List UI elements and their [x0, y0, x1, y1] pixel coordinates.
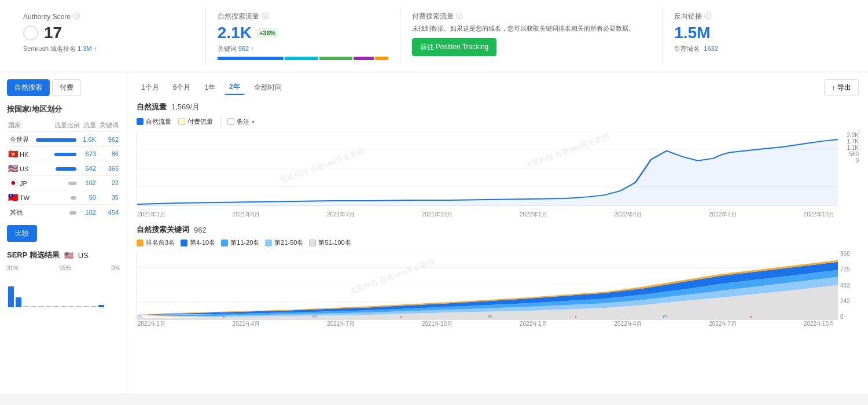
position-tracking-button[interactable]: 前往 Position Tracking [412, 38, 497, 56]
legend-paid-check[interactable] [178, 118, 185, 125]
keyword-section: 自然搜索关键词 962 排名前3名 第4-10名 第11-20名 [137, 224, 859, 328]
legend-organic-check[interactable] [137, 118, 144, 125]
organic-traffic-label: 自然搜索流量 ⓘ [218, 12, 388, 21]
serp-bar [61, 306, 67, 307]
region-table-row: 🇺🇸US 642 365 [7, 161, 120, 176]
svg-text:G: G [663, 314, 667, 319]
score-circle-icon [23, 25, 38, 41]
kw-legend-21-50: 第21-50名 [265, 238, 303, 247]
serp-bar [8, 286, 14, 307]
svg-text:▪: ▪ [575, 314, 577, 319]
traffic-chart-area: 光算科技·谷歌seo排名案例 光算科技·谷歌seo排名案例 [137, 131, 838, 206]
search-tabs: 自然搜索 付费 [7, 79, 120, 96]
time-btn-all[interactable]: 全部时间 [249, 81, 286, 94]
kw-check-11-20[interactable] [221, 240, 228, 246]
backlinks-block: 反向链接 ⓘ 1.5M 引荐域名 1632 [663, 7, 856, 65]
region-table: 国家 流量比例 流量 关键词 全世界 1.6K 962 🇭🇰HK 673 86 … [7, 119, 120, 219]
region-table-row: 🇯🇵JP 102 22 [7, 176, 120, 190]
paid-traffic-label: 付费搜索流量 ⓘ [412, 12, 651, 21]
authority-score-label: Authority Score ⓘ [23, 12, 194, 21]
time-btn-1y[interactable]: 1年 [200, 81, 220, 94]
tab-paid[interactable]: 付费 [52, 79, 81, 96]
serp-bar-chart [7, 273, 120, 307]
keyword-svg-chart: G ▪ G ▪ G ▪ G ▪ G [137, 251, 838, 319]
info-icon-backlinks: ⓘ [704, 12, 711, 21]
time-btn-1m[interactable]: 1个月 [137, 81, 164, 94]
export-button[interactable]: ↑ 导出 [824, 79, 859, 96]
traffic-svg-chart [137, 131, 838, 205]
serp-section: SERP 精选结果 🇺🇸 US 31% 15% 0% [7, 250, 120, 307]
serp-bar [31, 306, 36, 307]
svg-text:▪: ▪ [223, 314, 225, 319]
legend-note: 备注 ▾ [227, 117, 255, 126]
legend-divider [220, 116, 220, 127]
serp-bar [46, 306, 52, 307]
legend-organic-label: 自然流量 [146, 117, 171, 126]
region-table-row: 全世界 1.6K 962 [7, 132, 120, 147]
info-icon-organic: ⓘ [262, 12, 269, 21]
serp-bar [91, 306, 97, 307]
kw-check-top3[interactable] [137, 240, 144, 246]
col-flow: 流量 [81, 119, 97, 132]
svg-text:▪: ▪ [400, 314, 403, 319]
keyword-chart-value: 962 [194, 226, 207, 234]
legend-paid: 付费流量 [178, 117, 213, 126]
authority-score-block: Authority Score ⓘ 17 Semrush 域名排名 1.3M ↑ [12, 7, 206, 65]
organic-traffic-badge: +36% [256, 28, 278, 38]
kw-check-21-50[interactable] [265, 240, 272, 246]
kw-legend-51-100: 第51-100名 [309, 238, 351, 247]
time-btn-6m[interactable]: 6个月 [168, 81, 196, 94]
svg-text:G: G [312, 314, 317, 319]
region-table-row: 🇹🇼TW 50 35 [7, 190, 120, 205]
traffic-x-labels: 2021年1月 2021年4月 2021年7月 2021年10月 2022年1月… [137, 211, 836, 219]
traffic-chart-title: 自然流量 [137, 102, 167, 112]
keyword-chart-title: 自然搜索关键词 [137, 224, 189, 235]
traffic-y-labels: 2.2K 1.7K 1.1K 560 0 [838, 131, 859, 165]
kw-check-4-10[interactable] [181, 240, 187, 246]
traffic-chart-value: 1,569/月 [171, 102, 200, 112]
organic-traffic-block: 自然搜索流量 ⓘ 2.1K +36% 关键词 962 ↑ [206, 7, 400, 65]
time-btn-2y[interactable]: 2年 [225, 80, 245, 95]
main-content: 自然搜索 付费 按国家/地区划分 国家 流量比例 流量 关键词 全世界 1.6K… [0, 72, 868, 393]
traffic-chart-title-row: 自然流量 1,569/月 [137, 102, 859, 112]
serp-bar [16, 297, 21, 307]
referring-domains: 引荐域名 1632 [674, 45, 845, 53]
chevron-down-icon[interactable]: ▾ [252, 119, 255, 125]
export-label: 导出 [837, 83, 851, 93]
info-icon: ⓘ [73, 12, 80, 21]
serp-bar [23, 306, 29, 307]
authority-score-value: 17 [44, 24, 62, 42]
tab-organic[interactable]: 自然搜索 [7, 79, 50, 96]
legend-note-label: 备注 [237, 117, 249, 126]
region-table-row: 🇭🇰HK 673 86 [7, 147, 120, 161]
backlinks-value: 1.5M [674, 24, 845, 42]
kw-legend-4-10: 第4-10名 [181, 238, 215, 247]
serp-bar [98, 305, 104, 307]
domain-rank-info: Semrush 域名排名 1.3M ↑ [23, 45, 194, 53]
serp-bar [38, 306, 44, 307]
kw-legend-11-20: 第11-20名 [221, 238, 259, 247]
legend-note-icon[interactable] [227, 118, 234, 125]
compare-button[interactable]: 比较 [7, 225, 37, 242]
serp-bar [83, 306, 89, 307]
col-country: 国家 [7, 119, 32, 132]
legend-paid-label: 付费流量 [187, 117, 213, 126]
kw-legend-top3: 排名前3名 [137, 238, 175, 247]
col-keywords: 关键词 [97, 119, 120, 132]
export-icon: ↑ [832, 84, 835, 92]
paid-traffic-info: 未找到数据。如果这是您的域名，您可以获取关键词排名相关的所有必要数据。 [412, 24, 651, 34]
traffic-chart-wrapper: 光算科技·谷歌seo排名案例 光算科技·谷歌seo排名案例 2.2K 1 [137, 131, 859, 208]
keyword-chart-area: 光算科技·谷歌seo排名案例 [137, 251, 838, 320]
svg-text:G: G [137, 314, 142, 319]
keyword-y-labels: 966 725 483 242 0 [838, 251, 859, 320]
keyword-count: 关键词 962 ↑ [218, 45, 388, 53]
serp-title-row: SERP 精选结果 🇺🇸 US [7, 250, 120, 260]
serp-section-title: SERP 精选结果 [7, 250, 60, 260]
keyword-chart-wrapper: 光算科技·谷歌seo排名案例 [137, 251, 859, 320]
col-ratio: 流量比例 [32, 119, 80, 132]
svg-text:G: G [488, 314, 492, 319]
region-section-title: 按国家/地区划分 [7, 104, 120, 115]
backlinks-label: 反向链接 ⓘ [674, 12, 845, 21]
info-icon-paid: ⓘ [456, 12, 463, 21]
kw-check-51-100[interactable] [309, 240, 316, 246]
